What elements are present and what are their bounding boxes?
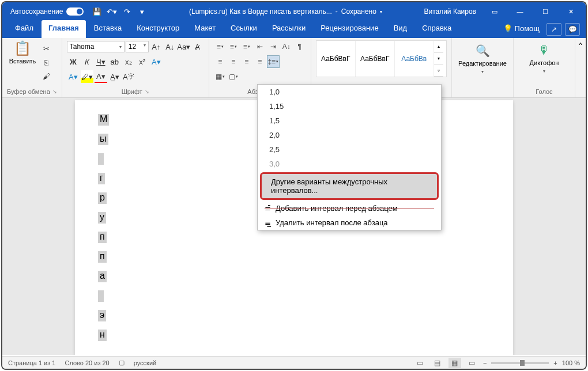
tab-help[interactable]: Справка (415, 20, 458, 38)
autosave-label: Автосохранение (10, 7, 63, 16)
print-layout-icon[interactable]: ▦ (448, 358, 461, 368)
font-name-select[interactable]: Tahoma▾ (67, 41, 125, 52)
share-icon[interactable]: ↗ (546, 23, 561, 36)
strike-button[interactable]: ab (108, 55, 121, 68)
spacing-1-15[interactable]: 1,15 (258, 99, 441, 113)
align-center-icon[interactable]: ≡ (227, 55, 240, 68)
enclose-icon[interactable]: A字 (122, 70, 135, 83)
tab-insert[interactable]: Вставка (87, 20, 129, 38)
tab-design[interactable]: Конструктор (130, 20, 186, 38)
maximize-icon[interactable]: ☐ (533, 2, 558, 21)
superscript-icon[interactable]: x² (136, 55, 149, 68)
clear-format-icon[interactable]: A̷ (191, 40, 204, 53)
language-status[interactable]: русский (134, 359, 156, 366)
text-effect2-icon[interactable]: A▾ (67, 70, 80, 83)
font-size-select[interactable]: 12▾ (126, 41, 149, 52)
spacing-1-5[interactable]: 1,5 (258, 113, 441, 128)
editing-button[interactable]: 🔍 Редактирование ▾ (457, 40, 508, 74)
spacing-3[interactable]: 3,0 (258, 157, 441, 171)
tab-view[interactable]: Вид (387, 20, 414, 38)
page-status[interactable]: Страница 1 из 1 (8, 359, 55, 366)
tell-me[interactable]: 💡 Помощ (500, 21, 543, 38)
underline-button[interactable]: Ч▾ (95, 55, 107, 68)
format-painter-icon[interactable]: 🖌 (40, 70, 52, 82)
sort-icon[interactable]: A↓ (280, 40, 293, 53)
char-border-icon[interactable]: A̲▾ (108, 70, 121, 83)
decrease-indent-icon[interactable]: ⇤ (254, 40, 266, 53)
subscript-icon[interactable]: x₂ (122, 55, 135, 68)
tab-mailings[interactable]: Рассылки (265, 20, 312, 38)
vertical-char: р (98, 192, 107, 204)
focus-mode-icon[interactable]: ▭ (414, 358, 427, 368)
show-marks-icon[interactable]: ¶ (293, 40, 306, 53)
style-heading1[interactable]: АаБбВв (395, 41, 434, 77)
minimize-icon[interactable]: — (507, 2, 533, 21)
collapse-ribbon-icon[interactable]: ˄ (575, 38, 586, 97)
increase-indent-icon[interactable]: ⇥ (267, 40, 280, 53)
spacing-2-5[interactable]: 2,5 (258, 142, 441, 157)
spacing-2[interactable]: 2,0 (258, 128, 441, 142)
borders-icon[interactable]: ▢ (227, 70, 240, 83)
justify-icon[interactable]: ≡ (254, 55, 266, 68)
spacing-options[interactable]: Другие варианты междустрочных интервалов… (260, 172, 439, 200)
toggle-switch-icon[interactable] (66, 7, 84, 16)
tab-references[interactable]: Ссылки (224, 20, 264, 38)
group-label: Голос (536, 88, 552, 95)
change-case-icon[interactable]: Aa▾ (178, 40, 190, 53)
vertical-char: М (98, 114, 109, 126)
remove-space-after[interactable]: ≡̲ Удалить интервал после абзаца (258, 215, 441, 230)
add-space-before[interactable]: ≡̄ Добавить интервал перед абзацем (258, 201, 441, 215)
cut-icon[interactable]: ✂ (40, 43, 52, 54)
ribbon-display-icon[interactable]: ▭ (482, 2, 507, 21)
style-no-spacing[interactable]: АаБбВвГ (356, 41, 395, 77)
italic-button[interactable]: К (81, 55, 93, 68)
bullets-icon[interactable]: ≡ (214, 40, 227, 53)
document-title: (Lumpics.ru) Как в Ворде писать вертикал… (147, 7, 424, 16)
increase-font-icon[interactable]: A↑ (150, 40, 163, 53)
undo-icon[interactable]: ↶▾ (107, 6, 117, 17)
decrease-font-icon[interactable]: A↓ (164, 40, 176, 53)
close-icon[interactable]: ✕ (558, 2, 583, 21)
comments-icon[interactable]: 💬 (565, 23, 580, 36)
dictate-button[interactable]: 🎙 Диктофон ▾ (518, 40, 570, 74)
font-color-icon[interactable]: A▾ (95, 70, 107, 83)
zoom-in-icon[interactable]: + (553, 359, 557, 366)
zoom-slider[interactable] (491, 362, 549, 364)
qat-more-icon[interactable]: ▾ (137, 6, 147, 17)
autosave-toggle[interactable]: Автосохранение (10, 7, 84, 16)
align-right-icon[interactable]: ≡ (240, 55, 253, 68)
web-layout-icon[interactable]: ▭ (466, 358, 478, 368)
bold-button[interactable]: Ж (67, 55, 80, 68)
text-effects-icon[interactable]: A▾ (150, 55, 163, 68)
multilevel-icon[interactable]: ≡ (240, 40, 253, 53)
tab-layout[interactable]: Макет (187, 20, 223, 38)
copy-icon[interactable]: ⎘ (40, 56, 52, 68)
highlight-icon[interactable]: 🖊▾ (81, 70, 93, 83)
save-icon[interactable]: 💾 (92, 6, 102, 17)
word-count[interactable]: Слово 20 из 20 (65, 359, 109, 366)
zoom-out-icon[interactable]: − (483, 359, 487, 366)
zoom-level[interactable]: 100 % (562, 359, 580, 366)
doc-name: (Lumpics.ru) Как в Ворде писать вертикал… (189, 7, 332, 16)
read-mode-icon[interactable]: ▤ (431, 358, 444, 368)
vertical-char: п (98, 251, 107, 263)
style-normal[interactable]: АаБбВвГ (316, 41, 356, 77)
proofing-icon[interactable]: ▢ (119, 359, 125, 366)
group-label: Буфер обмена (7, 88, 50, 95)
tab-review[interactable]: Рецензирование (314, 20, 385, 38)
shading-icon[interactable]: ▦ (214, 70, 227, 83)
align-left-icon[interactable]: ≡ (214, 55, 227, 68)
redo-icon[interactable]: ↷ (122, 6, 132, 17)
styles-scroll[interactable]: ▴▾▿ (434, 41, 443, 77)
numbering-icon[interactable]: ≡ (227, 40, 240, 53)
styles-gallery[interactable]: АаБбВвГ АаБбВвГ АаБбВв ▴▾▿ (316, 40, 447, 77)
tab-home[interactable]: Главная (42, 20, 86, 38)
tab-file[interactable]: Файл (8, 20, 40, 38)
dialog-launcher-icon[interactable]: ↘ (52, 89, 57, 94)
dialog-launcher-icon[interactable]: ↘ (145, 89, 149, 94)
line-spacing-button[interactable]: ‡≡ (267, 55, 280, 68)
paste-button[interactable]: 📋 Вставить (7, 40, 38, 65)
spacing-1[interactable]: 1,0 (258, 85, 441, 99)
user-name[interactable]: Виталий Каиров (424, 7, 476, 16)
vertical-char: э (98, 310, 106, 321)
